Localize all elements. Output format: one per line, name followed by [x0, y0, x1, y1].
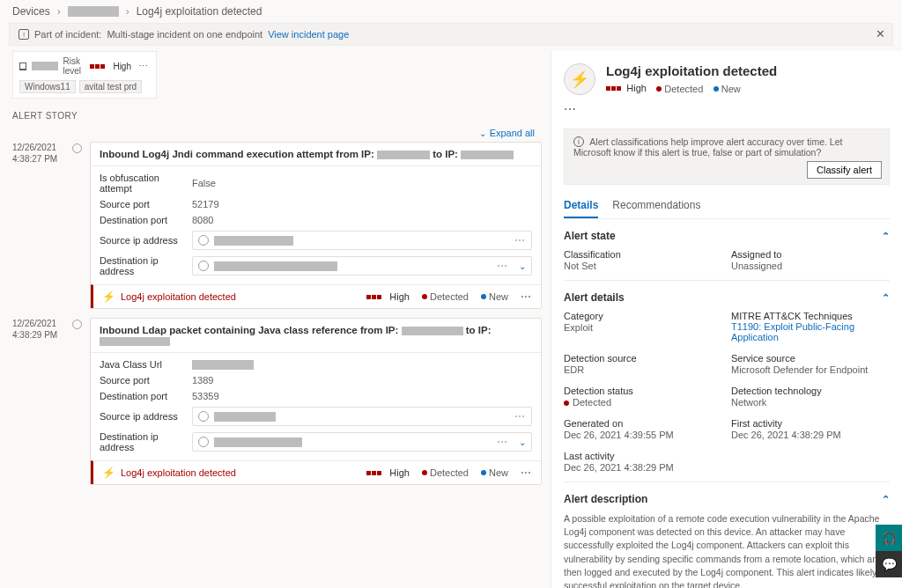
more-dots-icon[interactable]: ⋯: [497, 260, 508, 272]
field-label: Assigned to: [731, 249, 890, 260]
feedback-chat-icon[interactable]: 💬: [876, 551, 902, 577]
field-label: Detection technology: [731, 386, 890, 396]
notice-text: Alert classifications help improve alert…: [573, 136, 842, 158]
device-tag[interactable]: Windows11: [19, 80, 76, 93]
tab-details[interactable]: Details: [564, 194, 598, 218]
prop-label: Destination port: [100, 215, 192, 225]
field-value: Detected: [564, 397, 722, 408]
event-title[interactable]: Inbound Log4j Jndi command execution att…: [91, 143, 541, 166]
severity-text: High: [626, 83, 647, 93]
dot-icon: [422, 294, 427, 299]
globe-icon: [198, 437, 209, 447]
field-value: Not Set: [564, 261, 722, 271]
classify-alert-button[interactable]: Classify alert: [807, 161, 882, 179]
more-dots-icon[interactable]: ⋯: [564, 102, 890, 123]
prop-value: 8080: [192, 215, 213, 225]
source-ip-entity[interactable]: ⋯: [192, 407, 532, 426]
section-alert-state[interactable]: Alert state ⌃: [564, 230, 890, 242]
right-panel: ⚡ Log4j exploitation detected High Detec…: [551, 51, 902, 588]
globe-icon: [198, 411, 209, 422]
related-alert-banner[interactable]: ⚡ Log4j exploitation detected High Detec…: [91, 284, 541, 308]
device-card[interactable]: Risk level High ⋯ Windows11 avital test …: [12, 51, 157, 99]
prop-label: Source ip address: [100, 235, 192, 246]
status-text: New: [721, 84, 741, 94]
mitre-link[interactable]: T1190: Exploit Public-Facing Application: [731, 321, 854, 342]
severity-icon: [366, 295, 381, 299]
destination-ip-entity[interactable]: ⋯ ⌄: [192, 432, 532, 452]
more-dots-icon[interactable]: ⋯: [514, 234, 526, 246]
breadcrumb-root[interactable]: Devices: [12, 5, 50, 18]
dot-icon: [422, 470, 427, 475]
chevron-down-icon[interactable]: ⌄: [519, 261, 526, 271]
status-text: Detected: [430, 291, 469, 302]
field-value: Microsoft Defender for Endpoint: [731, 364, 890, 375]
severity-text: High: [389, 291, 410, 302]
status-text: New: [489, 467, 508, 478]
prop-label: Java Class Url: [100, 359, 192, 370]
prop-label: Destination ip address: [100, 255, 192, 276]
story-event: 12/26/2021 4:38:27 PM Inbound Log4j Jndi…: [12, 142, 542, 309]
dot-icon: [713, 86, 719, 92]
more-dots-icon[interactable]: ⋯: [514, 410, 526, 423]
flash-icon: ⚡: [102, 290, 115, 303]
chevron-down-icon[interactable]: ⌄: [519, 437, 526, 447]
status-text: Detected: [430, 467, 469, 478]
section-alert-details[interactable]: Alert details ⌃: [564, 291, 890, 304]
source-ip-entity[interactable]: ⋯: [192, 231, 532, 250]
section-alert-description[interactable]: Alert description ⌃: [564, 493, 890, 505]
flash-icon: ⚡: [102, 467, 115, 479]
globe-icon: [198, 235, 209, 246]
left-column: Risk level High ⋯ Windows11 avital test …: [0, 51, 551, 588]
more-dots-icon[interactable]: ⋯: [521, 290, 532, 303]
severity-icon: [366, 471, 381, 475]
close-icon[interactable]: ✕: [876, 27, 885, 40]
more-dots-icon[interactable]: ⋯: [497, 436, 508, 448]
related-alert-banner[interactable]: ⚡ Log4j exploitation detected High Detec…: [91, 460, 541, 484]
risk-level-label: Risk level: [63, 56, 85, 76]
severity-text: High: [113, 62, 131, 71]
event-time: 4:38:27 PM: [12, 153, 63, 165]
prop-label: Source ip address: [100, 411, 192, 422]
view-incident-link[interactable]: View incident page: [268, 29, 349, 40]
alert-story-heading: ALERT STORY: [12, 111, 542, 121]
event-time: 4:38:29 PM: [12, 329, 63, 341]
story-event: 12/26/2021 4:38:29 PM Inbound Ldap packe…: [12, 318, 542, 485]
help-headset-icon[interactable]: 🎧: [876, 525, 902, 551]
prop-value: 1389: [192, 375, 213, 386]
chevron-down-icon: ⌄: [479, 129, 486, 138]
chevron-right-icon: ›: [57, 5, 61, 18]
prop-value-redacted: [192, 360, 254, 370]
laptop-icon: [19, 62, 26, 70]
chevron-up-icon: ⌃: [882, 292, 890, 304]
more-dots-icon[interactable]: ⋯: [137, 61, 150, 72]
device-name-redacted: [32, 62, 57, 70]
ip-redacted: [214, 412, 276, 422]
prop-label: Is obfuscation attempt: [100, 173, 192, 194]
severity-icon: [606, 86, 621, 91]
dot-icon: [481, 470, 486, 475]
expand-all-button[interactable]: ⌄ Expand all: [12, 128, 542, 138]
alert-title: Log4j exploitation detected: [121, 467, 236, 478]
destination-ip-entity[interactable]: ⋯ ⌄: [192, 256, 532, 276]
alert-description-text: A possible exploitation of a remote code…: [564, 512, 890, 588]
more-dots-icon[interactable]: ⋯: [521, 467, 532, 479]
chevron-right-icon: ›: [126, 5, 129, 18]
field-label: MITRE ATT&CK Techniques: [731, 311, 890, 321]
field-label: Service source: [731, 353, 890, 364]
severity-icon: [90, 64, 105, 69]
prop-label: Source port: [100, 199, 192, 209]
expand-all-label: Expand all: [490, 128, 535, 138]
incident-banner: ! Part of incident: Multi-stage incident…: [9, 23, 893, 46]
bolt-icon: ⚡: [564, 63, 595, 95]
prop-value: 53359: [192, 391, 219, 401]
ip-redacted: [214, 437, 302, 447]
dot-icon: [656, 86, 662, 92]
event-title[interactable]: Inbound Ldap packet containing Java clas…: [91, 319, 541, 353]
device-tag[interactable]: avital test prd: [79, 80, 142, 93]
field-value: Unassigned: [731, 261, 890, 271]
breadcrumb-device-redacted[interactable]: [68, 6, 119, 17]
tab-recommendations[interactable]: Recommendations: [612, 194, 700, 218]
ip-redacted: [214, 236, 293, 246]
dot-icon: [481, 294, 486, 299]
field-label: Generated on: [564, 418, 722, 429]
